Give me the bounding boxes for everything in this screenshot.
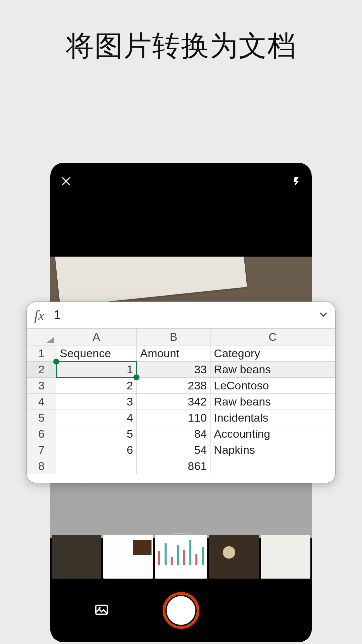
spreadsheet-grid[interactable]: A B C 1 Sequence Amount Category 2 1 33 … [27, 329, 335, 474]
cell[interactable]: 33 [137, 362, 210, 378]
flash-icon[interactable] [292, 174, 302, 188]
row-header[interactable]: 7 [27, 442, 56, 458]
thumbnail-item[interactable] [155, 535, 207, 579]
row-header[interactable]: 1 [27, 345, 56, 362]
selection-handle-icon[interactable] [133, 374, 139, 380]
camera-topbar [50, 163, 312, 200]
row-header[interactable]: 2 [27, 362, 56, 378]
formula-bar: fx 1 [27, 302, 335, 329]
row-header[interactable]: 4 [27, 394, 56, 410]
cell[interactable]: Napkins [210, 442, 335, 458]
cell[interactable]: 342 [137, 394, 210, 410]
formula-input[interactable]: 1 [54, 308, 318, 322]
thumbnail-item[interactable] [103, 535, 153, 579]
cell[interactable] [210, 458, 335, 474]
cell-value: 1 [127, 363, 133, 376]
selection-handle-icon[interactable] [53, 359, 59, 365]
thumbnail-item[interactable] [209, 535, 259, 579]
cell[interactable]: Raw beans [210, 394, 335, 410]
cell[interactable]: Incidentals [210, 410, 335, 426]
cell[interactable]: 84 [137, 426, 210, 442]
capture-bar [50, 579, 312, 642]
cell[interactable]: Amount [137, 345, 210, 362]
page-title: 将图片转换为文档 [0, 0, 362, 65]
row-header[interactable]: 3 [27, 378, 56, 394]
column-header[interactable]: B [137, 329, 210, 345]
cell[interactable]: 2 [56, 378, 137, 394]
cell[interactable]: Category [210, 345, 335, 362]
cell[interactable]: 3 [56, 394, 137, 410]
column-header[interactable]: C [210, 329, 335, 345]
cell[interactable]: Accounting [210, 426, 335, 442]
fx-label: fx [34, 307, 44, 323]
gallery-icon[interactable] [94, 602, 109, 619]
cell[interactable]: Raw beans [210, 362, 335, 378]
cell[interactable]: 110 [137, 410, 210, 426]
scanned-page-preview [55, 257, 247, 307]
cell[interactable]: LeContoso [210, 378, 335, 394]
cell[interactable] [56, 458, 137, 474]
row-header[interactable]: 6 [27, 426, 56, 442]
thumbnail-item[interactable] [261, 535, 310, 579]
close-icon[interactable] [60, 175, 72, 187]
cell[interactable]: 861 [137, 458, 210, 474]
svg-point-3 [99, 607, 101, 609]
row-header[interactable]: 5 [27, 410, 56, 426]
thumbnail-item[interactable] [52, 535, 101, 579]
spreadsheet-overlay: fx 1 A B C 1 Sequence Amount Category 2 … [27, 302, 335, 483]
cell[interactable]: 5 [56, 426, 137, 442]
cell[interactable]: 54 [137, 442, 210, 458]
cell[interactable]: 6 [56, 442, 137, 458]
thumbnail-strip [50, 535, 312, 579]
cell-selected[interactable]: 1 [56, 362, 137, 378]
row-header[interactable]: 8 [27, 458, 56, 474]
cell[interactable]: Sequence [56, 345, 137, 362]
chevron-down-icon[interactable] [318, 309, 329, 322]
column-header[interactable]: A [56, 329, 137, 345]
drag-handle-icon[interactable] [171, 533, 191, 534]
select-all-corner[interactable] [27, 329, 56, 345]
cell[interactable]: 238 [137, 378, 210, 394]
shutter-button[interactable] [163, 592, 199, 629]
cell[interactable]: 4 [56, 410, 137, 426]
